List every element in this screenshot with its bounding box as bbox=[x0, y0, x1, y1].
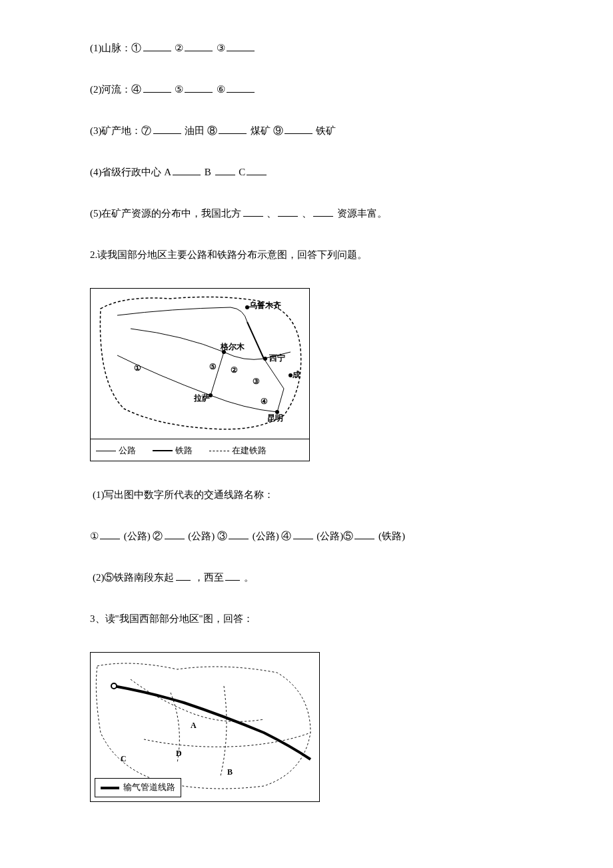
blank[interactable] bbox=[215, 165, 235, 175]
map1-container: 乌鲁木齐 格尔木 西宁 拉萨 成 昆明 ① ② ③ ④ ⑤ 公路 铁路 在建铁路 bbox=[90, 288, 310, 461]
label-urumqi: 乌鲁木齐 bbox=[249, 299, 281, 312]
blank[interactable] bbox=[227, 82, 255, 93]
q2s1-1: ① bbox=[90, 531, 99, 541]
label-chengdu: 成 bbox=[293, 369, 301, 381]
q2-sub2-line: (2)⑤铁路南段东起 ，西至 。 bbox=[90, 569, 523, 585]
legend-rail-text: 铁路 bbox=[175, 444, 193, 458]
blank[interactable] bbox=[243, 206, 263, 217]
label-n3: ③ bbox=[253, 375, 260, 388]
q2s1-r2: (公路) ③ bbox=[188, 531, 227, 541]
q2-sub1-title: (1)写出图中数字所代表的交通线路名称： bbox=[90, 487, 523, 503]
q2s2-mid: ，西至 bbox=[194, 572, 224, 583]
label-golmud: 格尔木 bbox=[221, 341, 245, 353]
q1-3-prefix: (3)矿产地：⑦ bbox=[90, 125, 152, 136]
pipeline-icon bbox=[101, 787, 119, 789]
label-n4: ④ bbox=[261, 395, 268, 408]
q1-2-mid2: ⑥ bbox=[217, 84, 225, 95]
q3-intro: 3、读"我国西部部分地区"图，回答： bbox=[90, 611, 523, 627]
q1-1-mid1: ② bbox=[175, 43, 183, 53]
q1-3-mid2: 煤矿 ⑨ bbox=[251, 125, 283, 136]
q2s2-prefix: (2)⑤铁路南段东起 bbox=[93, 572, 175, 583]
blank[interactable] bbox=[225, 570, 240, 581]
label-B: B bbox=[227, 766, 233, 779]
svg-point-6 bbox=[111, 683, 117, 689]
blank[interactable] bbox=[229, 529, 249, 539]
q1-5-mid2: 、 bbox=[302, 208, 312, 219]
label-kunming: 昆明 bbox=[267, 412, 283, 425]
svg-point-2 bbox=[263, 357, 267, 361]
blank[interactable] bbox=[185, 41, 213, 51]
q1-1-prefix: (1)山脉：① bbox=[90, 43, 142, 53]
blank[interactable] bbox=[143, 41, 171, 51]
blank[interactable] bbox=[285, 123, 312, 134]
q1-line5: (5)在矿产资源的分布中，我国北方 、 、 资源丰富。 bbox=[90, 205, 523, 221]
q2s1-r5: (铁路) bbox=[378, 531, 405, 541]
blank[interactable] bbox=[153, 123, 181, 134]
blank[interactable] bbox=[219, 123, 247, 134]
q1-4-mid2: C bbox=[239, 167, 245, 177]
q1-1-mid2: ③ bbox=[217, 43, 225, 53]
label-n1: ① bbox=[134, 362, 141, 375]
blank[interactable] bbox=[247, 165, 267, 175]
map1-image: 乌鲁木齐 格尔木 西宁 拉萨 成 昆明 ① ② ③ ④ ⑤ bbox=[91, 289, 309, 439]
legend-building-text: 在建铁路 bbox=[232, 444, 267, 458]
q1-2-prefix: (2)河流：④ bbox=[90, 84, 142, 95]
q1-5-mid1: 、 bbox=[267, 208, 277, 219]
blank[interactable] bbox=[165, 529, 185, 539]
legend-rail-icon bbox=[153, 450, 173, 451]
q2s1-r4: (公路)⑤ bbox=[316, 531, 353, 541]
q1-5-suffix: 资源丰富。 bbox=[337, 208, 387, 219]
pipeline-legend-text: 输气管道线路 bbox=[123, 781, 175, 795]
q2s1-r1: (公路) ② bbox=[124, 531, 163, 541]
blank[interactable] bbox=[143, 82, 171, 93]
q1-4-prefix: (4)省级行政中心 A bbox=[90, 167, 171, 177]
q1-line4: (4)省级行政中心 A B C bbox=[90, 164, 523, 180]
q1-5-prefix: (5)在矿产资源的分布中，我国北方 bbox=[90, 208, 242, 219]
blank[interactable] bbox=[176, 570, 191, 581]
blank[interactable] bbox=[227, 41, 255, 51]
blank[interactable] bbox=[354, 529, 374, 539]
map2-container: A B C D 输气管道线路 bbox=[90, 652, 320, 802]
q1-4-mid1: B bbox=[205, 167, 214, 177]
label-A: A bbox=[191, 719, 197, 732]
label-C: C bbox=[121, 753, 127, 765]
label-n2: ② bbox=[231, 364, 238, 377]
map1-legend: 公路 铁路 在建铁路 bbox=[91, 439, 309, 462]
q1-3-mid1: 油田 ⑧ bbox=[185, 125, 217, 136]
q1-2-mid1: ⑤ bbox=[175, 84, 183, 95]
blank[interactable] bbox=[173, 165, 201, 175]
q2-sub1-line: ① (公路) ② (公路) ③ (公路) ④ (公路)⑤ (铁路) bbox=[90, 528, 523, 544]
legend-road-icon bbox=[96, 451, 116, 451]
legend-road-text: 公路 bbox=[119, 444, 136, 458]
q2s2-suffix: 。 bbox=[244, 572, 254, 583]
q1-line2: (2)河流：④ ⑤ ⑥ bbox=[90, 81, 523, 97]
blank[interactable] bbox=[293, 529, 313, 539]
label-D: D bbox=[176, 747, 182, 760]
map2-legend: 输气管道线路 bbox=[95, 778, 181, 797]
label-xining: 西宁 bbox=[269, 352, 285, 365]
legend-building-icon bbox=[209, 451, 229, 451]
q2s1-r3: (公路) ④ bbox=[253, 531, 292, 541]
blank[interactable] bbox=[278, 206, 298, 217]
label-lhasa: 拉萨 bbox=[194, 392, 210, 405]
label-n5: ⑤ bbox=[209, 361, 217, 373]
q1-line3: (3)矿产地：⑦ 油田 ⑧ 煤矿 ⑨ 铁矿 bbox=[90, 123, 523, 139]
blank[interactable] bbox=[100, 529, 120, 539]
q2-intro: 2.读我国部分地区主要公路和铁路分布示意图，回答下列问题。 bbox=[90, 247, 523, 263]
q1-3-suffix: 铁矿 bbox=[316, 125, 336, 136]
blank[interactable] bbox=[313, 206, 333, 217]
q1-line1: (1)山脉：① ② ③ bbox=[90, 40, 523, 56]
blank[interactable] bbox=[185, 82, 213, 93]
